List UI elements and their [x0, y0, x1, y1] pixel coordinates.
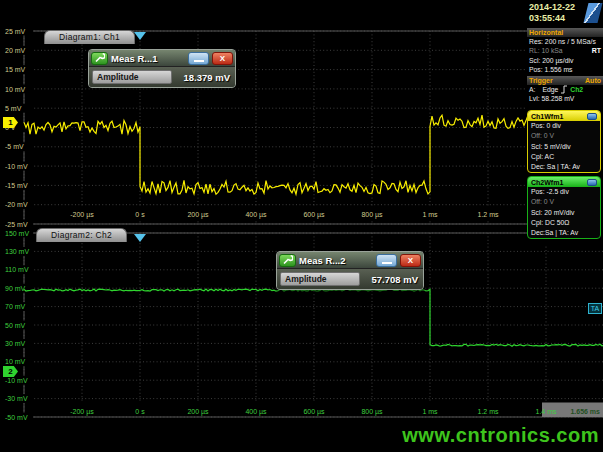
x-axis-label: 600 µs — [303, 211, 325, 219]
close-button[interactable]: X — [212, 52, 233, 65]
ch2-decimation-row: Dec:Sa | TA: Av — [528, 228, 600, 238]
wrench-icon[interactable] — [91, 52, 108, 65]
x-axis-label: 600 µs — [303, 408, 325, 416]
meas-popup-2: Meas R...2 X Amplitude 57.708 mV — [276, 251, 424, 290]
meas-value: 57.708 mV — [364, 274, 420, 285]
panel-icon[interactable] — [587, 113, 597, 120]
tab-diagram2[interactable]: Diagram2: Ch2 — [36, 228, 127, 242]
y-axis-label: -25 mV — [5, 221, 28, 228]
x-axis-label: 1 ms — [422, 408, 438, 415]
realtime-badge: RT — [592, 46, 601, 55]
y-axis-label: -20 mV — [5, 201, 28, 208]
ch1-decimation-row: Dec: Sa | TA: Av — [528, 162, 600, 172]
y-axis-label: 50 mV — [5, 322, 26, 329]
ch2-pos-row: Pos: -2.5 div — [528, 187, 600, 197]
meas-popup-1-header: Meas R...1 X — [89, 50, 235, 67]
horizontal-panel-header: Horizontal — [527, 28, 603, 37]
trigger-position-marker-bottom[interactable] — [134, 234, 146, 242]
trigger-panel-header: Trigger Auto — [527, 76, 603, 85]
trigger-source-row: A: Edge Ch2 — [527, 85, 603, 94]
trigger-level-row: Lvl: 58.258 mV — [527, 94, 603, 103]
panel-icon[interactable] — [587, 179, 597, 186]
oscilloscope-screen: -200 µs0 s200 µs400 µs600 µs800 µs1 ms1.… — [0, 0, 603, 452]
meas-param-field[interactable]: Amplitude — [92, 70, 172, 84]
y-axis-label: -10 mV — [5, 163, 28, 170]
y-axis-label: 5 mV — [5, 105, 22, 112]
trigger-panel[interactable]: Trigger Auto A: Edge Ch2 Lvl: 58.258 mV — [527, 76, 603, 104]
watermark: www.cntronics.com — [402, 424, 599, 447]
time-label: 03:55:44 — [529, 13, 585, 24]
meas-popup-1-body: Amplitude 18.379 mV — [89, 67, 235, 87]
ch1-offset-row: Off: 0 V — [528, 131, 600, 141]
y-axis-label: -15 mV — [5, 182, 28, 189]
horizontal-rl-row: RL: 10 kSa RT — [527, 46, 603, 55]
trigger-position-marker-top[interactable] — [134, 32, 146, 40]
horizontal-scale-row: Scl: 200 µs/div — [527, 56, 603, 65]
y-axis-label: -30 mV — [5, 395, 28, 402]
wrench-glyph — [94, 53, 105, 63]
ch2-panel-header: Ch2Wfm1 — [528, 177, 600, 187]
x-axis-label: 800 µs — [361, 211, 383, 219]
x-axis-label: -200 µs — [70, 408, 94, 416]
minimize-button[interactable] — [188, 52, 209, 65]
panel-title: Trigger — [529, 77, 553, 84]
y-axis-label: -10 mV — [5, 377, 28, 384]
edge-icon — [560, 85, 568, 94]
horizontal-position-row: Pos: 1.556 ms — [527, 65, 603, 74]
minimize-icon — [194, 60, 204, 62]
x-axis-label: 200 µs — [187, 408, 209, 416]
meas-param-field[interactable]: Amplitude — [280, 272, 360, 286]
ch1-panel-header: Ch1Wfm1 — [528, 111, 600, 121]
ch1-pos-row: Pos: 0 div — [528, 121, 600, 131]
ch2-scale-row: Scl: 20 mV/div — [528, 208, 600, 218]
y-axis-label: 10 mV — [5, 86, 26, 93]
minimize-button[interactable] — [376, 254, 397, 267]
y-axis-label: -50 mV — [5, 414, 28, 421]
trigger-mode-badge: Auto — [585, 77, 601, 84]
y-axis-label: 110 mV — [5, 266, 29, 273]
date-label: 2014-12-22 — [529, 2, 585, 13]
tab-diagram1[interactable]: Diagram1: Ch1 — [44, 30, 135, 44]
meas-popup-title: Meas R...2 — [299, 255, 373, 266]
x-axis-label: 400 µs — [245, 408, 267, 416]
meas-popup-2-body: Amplitude 57.708 mV — [277, 269, 423, 289]
ch1-scale-row: Scl: 5 mV/div — [528, 142, 600, 152]
minimize-icon — [382, 262, 392, 264]
trigger-level-marker[interactable]: TA — [588, 303, 602, 314]
ch2-settings-panel[interactable]: Ch2Wfm1 Pos: -2.5 div Off: 0 V Scl: 20 m… — [527, 176, 601, 239]
ch1-coupling-row: Cpl: AC — [528, 152, 600, 162]
y-axis-label: 30 mV — [5, 340, 26, 347]
x-axis-label: 1.2 ms — [477, 211, 499, 218]
y-axis-label: 10 mV — [5, 358, 26, 365]
x-axis-label: 1.4 ms — [535, 408, 557, 415]
x-axis-label: 0 s — [135, 211, 145, 218]
x-axis-label: -200 µs — [70, 211, 94, 219]
meas-popup-2-header: Meas R...2 X — [277, 252, 423, 269]
x-axis-label: 0 s — [135, 408, 145, 415]
x-axis-label: 1.2 ms — [477, 408, 499, 415]
diagram1-axis-labels: -200 µs0 s200 µs400 µs600 µs800 µs1 ms1.… — [3, 27, 499, 229]
y-axis-label: 25 mV — [5, 28, 26, 35]
y-axis-label: 130 mV — [5, 248, 29, 255]
wrench-glyph — [282, 255, 293, 265]
y-axis-label: -5 mV — [5, 143, 24, 150]
meas-popup-title: Meas R...1 — [111, 53, 185, 64]
ch1-settings-panel[interactable]: Ch1Wfm1 Pos: 0 div Off: 0 V Scl: 5 mV/di… — [527, 110, 601, 173]
x-axis-label: 400 µs — [245, 211, 267, 219]
edge-time-readout: 1.656 ms — [570, 408, 600, 415]
close-button[interactable]: X — [400, 254, 421, 267]
ch2-offset-row: Off: 0 V — [528, 197, 600, 207]
ch2-coupling-row: Cpl: DC 50Ω — [528, 218, 600, 228]
y-axis-label: 15 mV — [5, 66, 26, 73]
horizontal-panel[interactable]: Horizontal Res: 200 ns / 5 MSa/s RL: 10 … — [527, 28, 603, 74]
datetime-display: 2014-12-22 03:55:44 — [529, 2, 585, 24]
wrench-icon[interactable] — [279, 254, 296, 267]
y-axis-label: 150 mV — [5, 230, 29, 237]
panel-title: Ch2Wfm1 — [531, 179, 563, 186]
x-axis-label: 200 µs — [187, 211, 209, 219]
meas-popup-1: Meas R...1 X Amplitude 18.379 mV — [88, 49, 236, 88]
x-axis-label: 1 ms — [422, 211, 438, 218]
meas-value: 18.379 mV — [176, 72, 232, 83]
y-axis-label: 70 mV — [5, 303, 26, 310]
panel-title: Ch1Wfm1 — [531, 113, 563, 120]
